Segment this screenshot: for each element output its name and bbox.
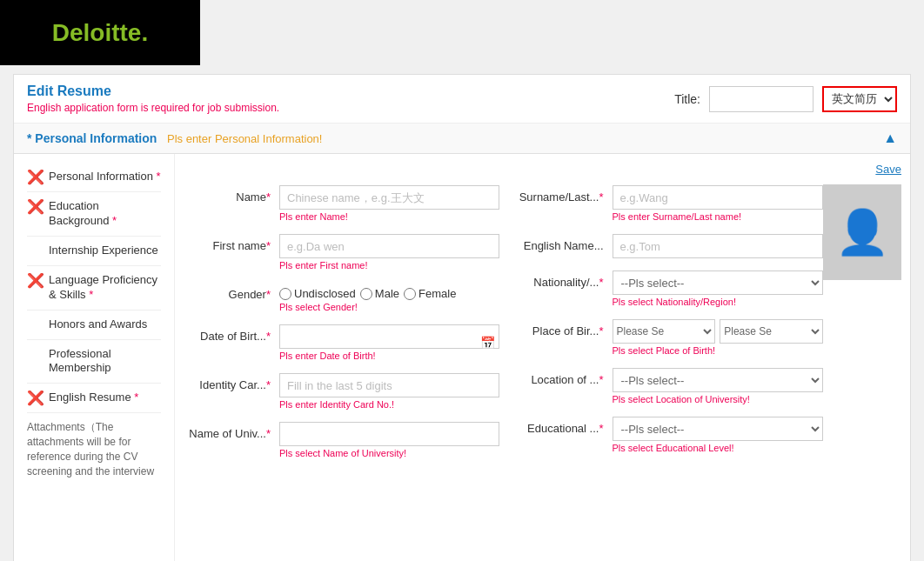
sidebar-item-professional[interactable]: ❌ Professional Membership <box>27 340 161 384</box>
fields-area: Name* Pls enter Name! First name* P <box>184 180 901 465</box>
educational-select[interactable]: --Pls select-- <box>613 417 824 441</box>
nationality-input-wrap: --Pls select-- Pls select Nationality/Re… <box>613 270 824 307</box>
gender-label: Gender* <box>184 283 279 301</box>
surname-field-row: Surname/Last...* Pls enter Surname/Last … <box>508 180 824 227</box>
sidebar-item-education[interactable]: ❌ Education Background * <box>27 192 161 237</box>
logo-text: Deloitte <box>52 19 142 46</box>
body-area: ❌ Personal Information * ❌ Education Bac… <box>14 154 910 561</box>
gender-options-wrap: Undisclosed Male Female <box>279 283 499 312</box>
section-title-text: * Personal Information <box>27 131 157 145</box>
place-of-birth-select-1[interactable]: Please Se <box>613 319 716 344</box>
gender-error: Pls select Gender! <box>279 302 499 312</box>
educational-input-wrap: --Pls select-- Pls select Educational Le… <box>613 417 824 453</box>
gender-radio-male[interactable] <box>360 288 372 300</box>
name-error: Pls enter Name! <box>279 211 499 222</box>
location-univ-input-wrap: --Pls select-- Pls select Location of Un… <box>613 368 824 404</box>
deloitte-logo: Deloitte. <box>52 19 148 47</box>
location-univ-select[interactable]: --Pls select-- <box>613 368 824 392</box>
university-name-field-row: Name of Univ...* Pls select Name of Univ… <box>184 417 499 464</box>
dob-input-wrap: 📅 Pls enter Date of Birth! <box>279 324 499 361</box>
gender-undisclosed-label: Undisclosed <box>294 287 356 300</box>
language-error-dot: ❌ <box>27 274 44 288</box>
gender-option-female[interactable]: Female <box>404 287 456 300</box>
surname-label: Surname/Last...* <box>508 185 613 204</box>
educational-label: Educational ...* <box>508 417 613 435</box>
place-of-birth-label: Place of Bir...* <box>508 319 613 337</box>
title-label: Title: <box>674 92 700 106</box>
english-name-field-row: English Name... <box>508 229 824 264</box>
surname-input[interactable] <box>613 185 824 210</box>
educational-field-row: Educational ...* --Pls select-- Pls sele… <box>508 411 824 458</box>
gender-option-undisclosed[interactable]: Undisclosed <box>279 287 356 300</box>
firstname-error: Pls enter First name! <box>279 260 499 270</box>
form-header: Edit Resume English application form is … <box>14 75 910 124</box>
sidebar-item-internship[interactable]: ❌ Internship Experience <box>27 237 161 266</box>
identity-input-wrap: Pls enter Identity Card No.! <box>279 373 499 410</box>
dob-input[interactable] <box>279 324 499 349</box>
location-univ-label: Location of ...* <box>508 368 613 386</box>
gender-option-male[interactable]: Male <box>360 287 399 300</box>
name-label: Name* <box>184 185 279 204</box>
sidebar-item-language[interactable]: ❌ Language Proficiency & Skills * <box>27 266 161 311</box>
gender-radio-female[interactable] <box>404 288 416 300</box>
professional-label: Professional Membership <box>49 347 161 377</box>
nationality-error: Pls select Nationality/Region! <box>613 297 824 307</box>
sidebar-item-english-resume[interactable]: ❌ English Resume * <box>27 384 161 413</box>
english-required-notice: English application form is required for… <box>27 102 279 114</box>
calendar-icon: 📅 <box>480 336 495 350</box>
resume-type-select[interactable]: 英文简历 中文简历 <box>822 86 897 112</box>
university-name-input-wrap: Pls select Name of University! <box>279 422 499 458</box>
dob-label: Date of Birt...* <box>184 324 279 343</box>
identity-error: Pls enter Identity Card No.! <box>279 399 499 410</box>
logo-dot: . <box>141 19 148 46</box>
place-of-birth-selects: Please Se Please Se <box>613 319 824 344</box>
attachments-note: Attachments（The attachments will be for … <box>27 413 161 485</box>
personal-error-dot: ❌ <box>27 170 44 184</box>
sidebar-nav: ❌ Personal Information * ❌ Education Bac… <box>14 154 175 561</box>
form-header-right: Title: 英文简历 中文简历 <box>674 86 897 112</box>
university-name-error: Pls select Name of University! <box>279 448 499 458</box>
surname-error: Pls enter Surname/Last name! <box>613 211 824 222</box>
section-collapse-icon[interactable]: ▲ <box>883 130 897 146</box>
firstname-input[interactable] <box>279 234 499 258</box>
dob-error: Pls enter Date of Birth! <box>279 351 499 361</box>
university-name-input[interactable] <box>279 422 499 446</box>
gender-female-label: Female <box>418 287 456 300</box>
name-input[interactable] <box>279 185 499 210</box>
section-title: * Personal Information Pls enter Persona… <box>27 131 322 145</box>
nationality-select[interactable]: --Pls select-- <box>613 270 824 295</box>
surname-input-wrap: Pls enter Surname/Last name! <box>613 185 824 222</box>
english-name-input[interactable] <box>613 234 824 258</box>
honors-dot: ❌ <box>27 318 44 332</box>
english-resume-error-dot: ❌ <box>27 391 44 405</box>
internship-dot: ❌ <box>27 244 44 258</box>
identity-input[interactable] <box>279 373 499 397</box>
edit-resume-title: Edit Resume <box>27 83 279 99</box>
save-button[interactable]: Save <box>875 163 901 176</box>
sidebar-item-honors[interactable]: ❌ Honors and Awards <box>27 311 161 340</box>
save-row: Save <box>184 158 901 180</box>
university-name-label: Name of Univ...* <box>184 422 279 440</box>
gender-radio-undisclosed[interactable] <box>279 288 291 300</box>
place-of-birth-select-2[interactable]: Please Se <box>720 319 823 344</box>
form-header-left: Edit Resume English application form is … <box>27 83 279 114</box>
form-content: Save Name* Pls enter Name! <box>175 154 910 561</box>
location-univ-field-row: Location of ...* --Pls select-- Pls sele… <box>508 363 824 410</box>
name-field-row: Name* Pls enter Name! <box>184 180 499 227</box>
education-error-dot: ❌ <box>27 200 44 214</box>
avatar-icon: 👤 <box>835 207 889 257</box>
educational-error: Pls select Educational Level! <box>613 443 824 453</box>
identity-field-row: Identity Car...* Pls enter Identity Card… <box>184 368 499 415</box>
english-name-label: English Name... <box>508 234 613 252</box>
sidebar-item-personal[interactable]: ❌ Personal Information * <box>27 163 161 192</box>
title-input[interactable] <box>709 86 814 112</box>
firstname-input-wrap: Pls enter First name! <box>279 234 499 270</box>
header-logo-container: Deloitte. <box>0 0 200 65</box>
internship-label: Internship Experience <box>49 244 158 258</box>
english-resume-label: English Resume * <box>49 391 138 405</box>
firstname-label: First name* <box>184 234 279 252</box>
nationality-label: Nationality/...* <box>508 270 613 289</box>
section-info-text: Pls enter Personal Information! <box>167 132 322 145</box>
gender-options: Undisclosed Male Female <box>279 283 499 300</box>
left-column: Name* Pls enter Name! First name* P <box>184 180 499 465</box>
